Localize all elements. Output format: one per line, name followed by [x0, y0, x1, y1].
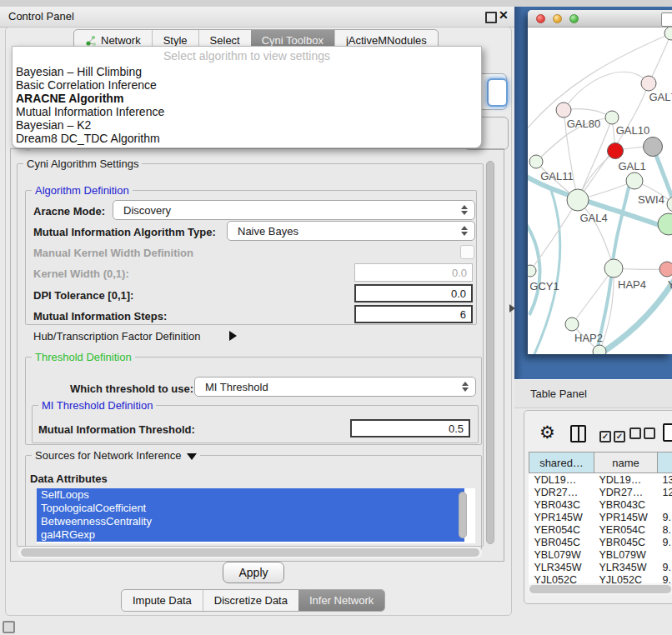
- algorithm-option[interactable]: Basic Correlation Inference: [16, 78, 157, 92]
- algorithm-option[interactable]: Bayesian – Hill Climbing: [16, 65, 142, 78]
- aracne-mode-select[interactable]: Discovery: [113, 200, 475, 220]
- sources-title-text: Sources for Network Inference: [35, 449, 182, 462]
- apply-button[interactable]: Apply: [223, 562, 284, 583]
- network-node-label: GCY1: [529, 280, 559, 292]
- network-node[interactable]: [658, 213, 672, 235]
- data-attributes-list[interactable]: SelfLoopsTopologicalCoefficientBetweenne…: [37, 488, 475, 543]
- tab-label: Style: [163, 34, 188, 47]
- network-node-gcy1[interactable]: [528, 265, 536, 277]
- table-cell: YDR27…: [594, 486, 658, 498]
- network-node-gal80[interactable]: [556, 102, 571, 118]
- table-cell: YER054C: [529, 523, 594, 536]
- network-node[interactable]: [664, 28, 672, 40]
- network-node-hap2[interactable]: [565, 318, 579, 331]
- algorithm-popup-prompt: Select algorithm to view settings: [13, 49, 481, 62]
- network-node-label: HAP4: [618, 278, 646, 291]
- mi-threshold-field[interactable]: 0.5: [350, 419, 470, 438]
- split-columns-icon[interactable]: [570, 425, 586, 442]
- zoom-traffic-light-icon[interactable]: [569, 14, 579, 23]
- table-cell: YBR045C: [529, 536, 594, 548]
- collapse-arrow-icon[interactable]: [187, 453, 197, 460]
- expand-arrow-icon[interactable]: [229, 331, 237, 341]
- table-row[interactable]: YER054CYER054C8.: [529, 523, 672, 536]
- network-edge: [653, 147, 672, 222]
- column-header-shared[interactable]: shared…: [529, 452, 594, 473]
- table-row[interactable]: YBR043CYBR043C: [529, 498, 672, 511]
- cyni-tab-discretize-data[interactable]: Discretize Data: [203, 590, 298, 611]
- table-row[interactable]: YDR27…YDR27…12: [529, 486, 672, 498]
- gear-icon[interactable]: ⚙: [539, 423, 555, 441]
- select-all-checkboxes-icon[interactable]: ✓✓: [599, 428, 628, 442]
- deselect-all-checkboxes-icon[interactable]: [629, 428, 658, 442]
- apply-button-label: Apply: [238, 566, 268, 579]
- table-cell: YPR145W: [529, 511, 594, 523]
- settings-hscroll-thumb[interactable]: [21, 548, 479, 557]
- table-hscroll-thumb[interactable]: [529, 585, 671, 593]
- cyni-bottom-tabbar: Impute DataDiscretize DataInfer Network: [121, 589, 385, 612]
- table-row[interactable]: YPR145WYPR145W9.: [529, 511, 672, 523]
- network-node-hap4[interactable]: [604, 259, 623, 278]
- table-cell: YER054C: [594, 523, 658, 536]
- network-canvas[interactable]: GAL7GAL80GAL10GAL1GAL11SWI4GAL4GCY1HAP4Y…: [528, 28, 672, 354]
- close-icon[interactable]: ✕: [499, 8, 509, 22]
- which-threshold-select[interactable]: MI Threshold: [194, 377, 476, 397]
- table-cell: YLR345W: [594, 561, 658, 573]
- data-attribute-item[interactable]: SelfLoops: [37, 488, 464, 502]
- network-node-gal11[interactable]: [529, 155, 543, 168]
- tab-label: Select: [210, 34, 240, 47]
- network-window-titlebar[interactable]: [528, 10, 672, 28]
- collapsed-panel-icon[interactable]: [3, 621, 15, 633]
- network-node-gal1[interactable]: [626, 172, 643, 189]
- network-node-gal4[interactable]: [567, 189, 589, 211]
- kernel-width-field[interactable]: 0.0: [354, 263, 473, 282]
- network-node-gal7[interactable]: [641, 76, 656, 91]
- background-combo-spinner[interactable]: [487, 78, 508, 107]
- algorithm-option[interactable]: Mutual Information Inference: [16, 105, 164, 118]
- algorithm-option[interactable]: Bayesian – K2: [16, 118, 91, 132]
- aracne-mode-value: Discovery: [123, 204, 171, 217]
- column-header-a[interactable]: A: [658, 452, 672, 473]
- column-header-name[interactable]: name: [594, 452, 658, 473]
- mi-threshold-value: 0.5: [449, 422, 464, 435]
- application-screen: Control Panel ✕ NetworkStyleSelectCyni T…: [0, 0, 672, 635]
- cyni-tab-infer-network[interactable]: Infer Network: [298, 590, 384, 611]
- aracne-mode-label: Aracne Mode:: [33, 205, 105, 218]
- close-traffic-light-icon[interactable]: [536, 14, 545, 23]
- network-node-gal10[interactable]: [605, 111, 619, 124]
- algorithm-option[interactable]: ARACNE Algorithm: [16, 92, 123, 105]
- data-attribute-item[interactable]: BetweennessCentrality: [37, 515, 464, 528]
- mi-algorithm-type-select[interactable]: Naive Bayes: [227, 221, 475, 241]
- table-row[interactable]: YBR045CYBR045C9.: [529, 536, 672, 548]
- network-node[interactable]: [608, 143, 624, 159]
- settings-vertical-scrollbar[interactable]: [486, 161, 494, 544]
- algorithm-option[interactable]: Dream8 DC_TDC Algorithm: [16, 132, 160, 145]
- table-cell: 9.: [658, 511, 672, 523]
- table-panel-body: ⚙ ✓✓ shared…nameA YDL19…YDL19…13YDR27…YD…: [524, 410, 672, 604]
- network-node-y[interactable]: [659, 262, 672, 277]
- which-threshold-value: MI Threshold: [205, 381, 268, 393]
- float-window-icon[interactable]: [485, 12, 497, 23]
- attributes-list-scrollbar[interactable]: [459, 492, 467, 538]
- tab-label: Cyni Toolbox: [262, 34, 323, 47]
- data-attribute-item[interactable]: gal4RGexp: [37, 528, 464, 542]
- cyni-tab-impute-data[interactable]: Impute Data: [122, 590, 203, 611]
- document-icon[interactable]: [663, 423, 672, 442]
- table-cell: YBL079W: [594, 548, 658, 561]
- window-toolbar-button[interactable]: [661, 12, 672, 27]
- minimize-traffic-light-icon[interactable]: [553, 14, 562, 23]
- manual-kernel-width-checkbox[interactable]: [460, 245, 474, 259]
- dpi-tolerance-field[interactable]: 0.0: [354, 284, 473, 302]
- spinner-arrows-icon: [462, 382, 469, 392]
- mi-steps-field[interactable]: 6: [354, 305, 473, 323]
- network-node[interactable]: [593, 345, 606, 354]
- table-row[interactable]: YDL19…YDL19…13: [529, 473, 672, 487]
- network-node[interactable]: [644, 138, 663, 157]
- table-row[interactable]: YLR345WYLR345W9.: [529, 561, 672, 573]
- table-cell: YLR345W: [529, 561, 594, 573]
- table-cell: YPR145W: [594, 511, 658, 523]
- table-row[interactable]: YBL079WYBL079W: [529, 548, 672, 561]
- hub-definition-label: Hub/Transcription Factor Definition: [33, 330, 200, 342]
- data-attribute-item[interactable]: TopologicalCoefficient: [37, 502, 464, 515]
- network-edge: [649, 33, 671, 83]
- network-edge: [564, 72, 649, 110]
